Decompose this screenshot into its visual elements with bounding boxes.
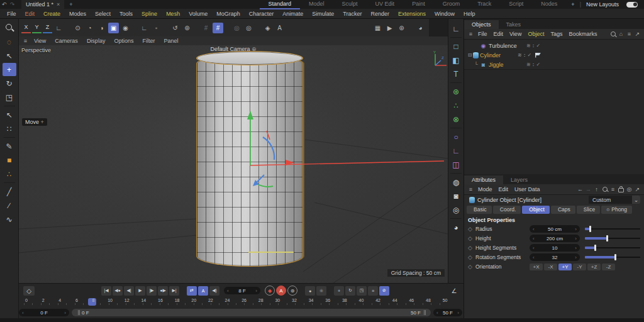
- orientation-button[interactable]: -Y: [573, 264, 586, 270]
- rotate-tool-icon[interactable]: ↻: [3, 77, 16, 90]
- slider-handle[interactable]: [614, 254, 616, 260]
- live-selection-icon[interactable]: ◌: [3, 35, 16, 48]
- hamburger-icon[interactable]: ≡: [467, 185, 475, 194]
- new-layouts-label[interactable]: New Layouts: [581, 1, 624, 8]
- viewport-menu-item[interactable]: Filter: [138, 38, 159, 44]
- property-slider[interactable]: [585, 235, 640, 242]
- menu-item[interactable]: Simulate: [308, 11, 338, 17]
- property-field[interactable]: ‹ 32 ›: [530, 253, 580, 261]
- menu-item[interactable]: Render: [366, 11, 394, 17]
- close-tab-icon[interactable]: ×: [57, 1, 60, 8]
- object-tree-row[interactable]: └ ◙ Jiggle ≋ : ✓: [464, 60, 644, 69]
- menu-item[interactable]: Spline: [137, 11, 162, 17]
- visibility-dots-icon[interactable]: :: [524, 52, 526, 58]
- separator[interactable]: [194, 23, 199, 33]
- separator[interactable]: [450, 218, 462, 219]
- visibility-dots-icon[interactable]: :: [533, 62, 535, 67]
- workplane-axis-icon[interactable]: ∟: [449, 22, 463, 35]
- modeling-settings-icon[interactable]: ◈: [262, 23, 273, 33]
- lock-icon[interactable]: [617, 185, 625, 194]
- enabled-check-icon[interactable]: ✓: [536, 62, 540, 67]
- increment-arrow[interactable]: ›: [575, 245, 577, 251]
- sketch-tool-icon[interactable]: ∿: [3, 213, 16, 226]
- separator[interactable]: [328, 286, 333, 296]
- menu-item[interactable]: Tools: [115, 11, 137, 17]
- target-icon[interactable]: ◎: [625, 185, 633, 194]
- property-slider[interactable]: [585, 253, 640, 261]
- range-start-value[interactable]: 0 F: [24, 310, 65, 316]
- new-layouts-toggle[interactable]: [626, 2, 638, 8]
- separator[interactable]: [132, 23, 138, 33]
- layout-tab[interactable]: Track: [469, 0, 500, 9]
- objects-menu-item[interactable]: Edit: [491, 31, 507, 37]
- object-tree-row[interactable]: ⊟ Cylinder ≋ : ✓: [464, 50, 644, 60]
- separator[interactable]: [163, 23, 169, 33]
- range-end-field[interactable]: ‹ 50 F ›: [433, 309, 462, 316]
- gizmo-x-axis[interactable]: [250, 161, 444, 165]
- separator[interactable]: [299, 286, 304, 296]
- viewport-menu-item[interactable]: Panel: [159, 38, 182, 44]
- axis-x-lock-button[interactable]: X: [21, 23, 31, 33]
- menu-item[interactable]: Extensions: [394, 11, 430, 17]
- spline-pen-icon[interactable]: □: [449, 40, 463, 53]
- keyable-icon[interactable]: ◇: [468, 254, 475, 260]
- section-tab[interactable]: Basic: [467, 206, 492, 214]
- layer-icon[interactable]: ≋: [526, 43, 531, 48]
- separator[interactable]: [450, 173, 462, 174]
- hamburger-icon[interactable]: ≡: [467, 30, 475, 38]
- separator[interactable]: [450, 82, 462, 83]
- camera-label[interactable]: Default Camera ⊕: [19, 46, 448, 52]
- expand-toggle[interactable]: ⊟: [467, 52, 473, 58]
- viewport-menu-item[interactable]: View: [30, 38, 50, 44]
- increment-arrow[interactable]: ›: [575, 236, 577, 242]
- section-tab[interactable]: Slice: [577, 206, 600, 214]
- menu-item[interactable]: Select: [91, 11, 115, 17]
- property-slider[interactable]: [585, 225, 640, 233]
- sky-icon[interactable]: ◍: [449, 175, 463, 189]
- menu-item[interactable]: Create: [39, 11, 65, 17]
- separator[interactable]: [4, 182, 15, 183]
- multi-tweak-icon[interactable]: ∷: [3, 122, 16, 135]
- record-position-toggle[interactable]: ●: [305, 286, 315, 296]
- timeline-range-bar[interactable]: 0 F 50 F: [72, 309, 431, 316]
- section-tab[interactable]: Object: [522, 206, 550, 214]
- field-icon[interactable]: ⊗: [449, 113, 463, 126]
- layout-tab[interactable]: Paint: [403, 0, 434, 9]
- object-name[interactable]: Turbulence: [489, 43, 525, 49]
- gizmo-y-arrowhead[interactable]: [247, 111, 253, 119]
- home-icon[interactable]: ⌂: [617, 30, 625, 38]
- polygons-mode-icon[interactable]: ◑: [96, 23, 107, 33]
- keying-settings-button[interactable]: ⊛: [287, 286, 297, 296]
- panel-tab[interactable]: Layers: [503, 175, 535, 184]
- separator[interactable]: [450, 37, 462, 38]
- next-frame-button[interactable]: |▶: [147, 286, 157, 296]
- menu-item[interactable]: Window: [430, 11, 459, 17]
- separator[interactable]: [4, 106, 15, 106]
- object-name[interactable]: Jiggle: [489, 62, 525, 68]
- panel-tab[interactable]: Takes: [499, 20, 529, 29]
- key-parameter-button[interactable]: ≡: [368, 286, 378, 296]
- light-icon[interactable]: ◎: [449, 203, 463, 216]
- phong-tag-icon[interactable]: [535, 53, 541, 58]
- back-icon[interactable]: ←: [576, 185, 584, 194]
- layout-tab[interactable]: UV Edit: [367, 0, 404, 9]
- orientation-button[interactable]: +Z: [587, 264, 601, 270]
- panel-tab[interactable]: Attributes: [464, 175, 503, 184]
- popup-icon[interactable]: ↗: [633, 185, 641, 194]
- property-field[interactable]: ‹ 10 ›: [530, 244, 580, 252]
- current-frame-value[interactable]: 8 F: [229, 288, 256, 294]
- viewport-menu-item[interactable]: Display: [82, 38, 110, 44]
- orientation-button[interactable]: +Y: [558, 264, 572, 270]
- autokey-button[interactable]: A: [276, 286, 286, 296]
- guides-icon[interactable]: ◎: [243, 23, 254, 33]
- slider-handle[interactable]: [589, 226, 591, 232]
- render-picture-viewer-icon[interactable]: ▶: [384, 23, 395, 33]
- camera-icon[interactable]: ◙: [449, 189, 463, 203]
- filter-icon[interactable]: ≡: [609, 185, 617, 194]
- range-right-handle[interactable]: [424, 310, 425, 315]
- enable-snap-icon[interactable]: #: [213, 23, 223, 33]
- viewport-tweak-icon[interactable]: ↖: [3, 108, 16, 121]
- property-slider[interactable]: [585, 244, 640, 252]
- objects-menu-item[interactable]: Bookmarks: [565, 31, 600, 37]
- orientation-button[interactable]: -X: [544, 264, 557, 270]
